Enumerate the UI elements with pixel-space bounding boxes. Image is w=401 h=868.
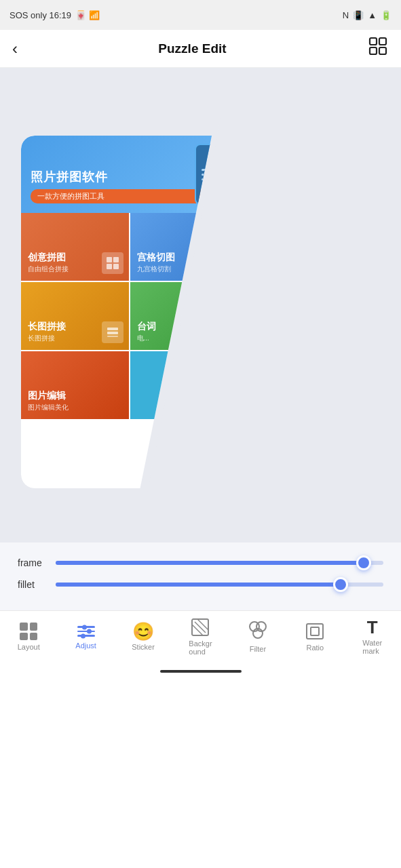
app-tile-1: 宫格切图 九宫格切割 <box>130 213 238 281</box>
svg-rect-6 <box>107 264 112 269</box>
slider-row-frame: frame <box>18 557 383 568</box>
filter-svg-icon <box>248 620 267 639</box>
nav-item-filter[interactable]: Filter <box>237 620 278 653</box>
canvas-area: 照片拼图软件 一款方便的拼图工具 创意拼图 自由组合拼接 宫格切图 九宫格切割 <box>0 68 401 542</box>
svg-rect-13 <box>225 262 228 265</box>
sliders-area: frame fillet <box>0 542 401 610</box>
nav-label-ratio: Ratio <box>306 644 324 652</box>
svg-rect-17 <box>107 328 118 330</box>
app-tile-0: 创意拼图 自由组合拼接 <box>21 213 129 281</box>
svg-rect-22 <box>294 285 309 300</box>
home-bar <box>160 670 242 673</box>
svg-line-26 <box>195 622 206 633</box>
slider-fillet-label: fillet <box>18 579 46 590</box>
puzzle-composite: 照片拼图软件 一款方便的拼图工具 创意拼图 自由组合拼接 宫格切图 九宫格切割 <box>21 115 381 495</box>
svg-rect-9 <box>220 257 223 260</box>
status-left: SOS only 16:19 🀄️ 📶 <box>9 10 100 20</box>
app-tile-3: 台词 电... <box>130 282 238 350</box>
app-banner: 照片拼图软件 一款方便的拼图工具 <box>21 136 238 213</box>
right-panel: 照片拼图切图 <box>204 129 381 495</box>
sticker-icon: 😊 <box>132 623 154 640</box>
nfc-icon: N <box>343 10 349 20</box>
nav-label-filter: Filter <box>250 645 266 653</box>
nav-item-watermark[interactable]: T Watermark <box>352 618 393 655</box>
svg-rect-12 <box>220 262 223 265</box>
nav-label-sticker: Sticker <box>132 643 155 651</box>
svg-rect-33 <box>311 627 319 635</box>
nav-item-sticker[interactable]: 😊 Sticker <box>123 623 164 651</box>
svg-rect-4 <box>107 257 112 262</box>
app-icon <box>269 277 316 325</box>
svg-rect-1 <box>379 38 386 45</box>
svg-rect-18 <box>107 332 118 334</box>
app-grid: 创意拼图 自由组合拼接 宫格切图 九宫格切割 长图拼 <box>21 213 238 488</box>
svg-rect-2 <box>370 47 377 54</box>
svg-rect-19 <box>107 336 118 337</box>
battery-icon: 🔋 <box>381 10 392 20</box>
svg-rect-10 <box>225 257 228 260</box>
filter-icon <box>248 620 267 642</box>
svg-rect-16 <box>225 266 228 269</box>
vibrate-icon: 📳 <box>353 10 364 20</box>
ratio-icon-wrap <box>305 622 324 641</box>
svg-line-27 <box>192 625 203 635</box>
svg-rect-14 <box>216 266 219 269</box>
svg-line-28 <box>197 619 208 630</box>
svg-rect-23 <box>276 302 291 317</box>
back-button[interactable]: ‹ <box>12 39 18 58</box>
svg-rect-24 <box>294 302 309 317</box>
svg-rect-11 <box>216 262 219 265</box>
status-text: SOS only 16:19 <box>9 10 71 20</box>
slider-frame-thumb[interactable] <box>356 555 371 570</box>
banner-phone <box>195 144 229 205</box>
background-icon <box>191 618 210 637</box>
nav-label-background: Background <box>189 639 212 656</box>
app-tile-2: 长图拼接 长图拼接 <box>21 282 129 350</box>
nav-item-layout[interactable]: Layout <box>8 623 49 651</box>
status-right: N 📳 ▲ 🔋 <box>343 10 392 20</box>
svg-rect-5 <box>113 257 119 262</box>
nav-item-ratio[interactable]: Ratio <box>294 622 335 652</box>
svg-rect-32 <box>307 624 323 639</box>
layout-icon <box>20 623 37 640</box>
puzzle-icon <box>367 35 389 57</box>
background-icon-wrap <box>191 618 210 637</box>
slider-fillet-fill <box>56 583 341 587</box>
nav-label-watermark: Watermark <box>362 639 382 655</box>
svg-rect-0 <box>370 38 377 45</box>
app-tile-4: 图片编辑 图片编辑美化 <box>21 351 129 419</box>
ratio-icon <box>306 623 324 639</box>
tile-icon-2 <box>102 321 123 343</box>
svg-rect-7 <box>113 264 119 269</box>
nav-label-layout: Layout <box>18 643 40 651</box>
watermark-icon: T <box>367 618 378 636</box>
adjust-icon <box>77 624 95 639</box>
header: ‹ Puzzle Edit <box>0 30 401 68</box>
nav-label-adjust: Adjust <box>75 642 96 650</box>
wifi-icon: ▲ <box>368 10 377 20</box>
app-screenshot: 照片拼图软件 一款方便的拼图工具 创意拼图 自由组合拼接 宫格切图 九宫格切割 <box>21 136 238 488</box>
nav-item-background[interactable]: Background <box>180 618 221 656</box>
svg-rect-8 <box>216 257 219 260</box>
status-app-icons: 🀄️ 📶 <box>75 10 100 20</box>
slider-frame-track[interactable] <box>56 561 383 565</box>
app-logo-icon <box>276 285 309 317</box>
tile-icon-1 <box>211 252 233 274</box>
header-action-button[interactable] <box>367 35 389 62</box>
slider-fillet-thumb[interactable] <box>333 577 348 592</box>
bottom-nav: Layout Adjust 😊 Sticker Background <box>0 610 401 665</box>
slider-frame-label: frame <box>18 557 46 568</box>
svg-rect-21 <box>276 285 291 300</box>
status-bar: SOS only 16:19 🀄️ 📶 N 📳 ▲ 🔋 <box>0 0 401 30</box>
right-app-title: 照片拼图切图 <box>262 334 323 347</box>
slider-row-fillet: fillet <box>18 579 383 590</box>
left-panel: 照片拼图软件 一款方便的拼图工具 创意拼图 自由组合拼接 宫格切图 九宫格切割 <box>21 136 238 488</box>
svg-rect-15 <box>220 266 223 269</box>
slider-fillet-track[interactable] <box>56 583 383 587</box>
nav-item-adjust[interactable]: Adjust <box>66 624 107 650</box>
page-title: Puzzle Edit <box>158 41 226 56</box>
home-indicator <box>0 665 401 677</box>
svg-rect-3 <box>379 47 386 54</box>
slider-frame-fill <box>56 561 364 565</box>
tile-icon-0 <box>102 252 123 274</box>
